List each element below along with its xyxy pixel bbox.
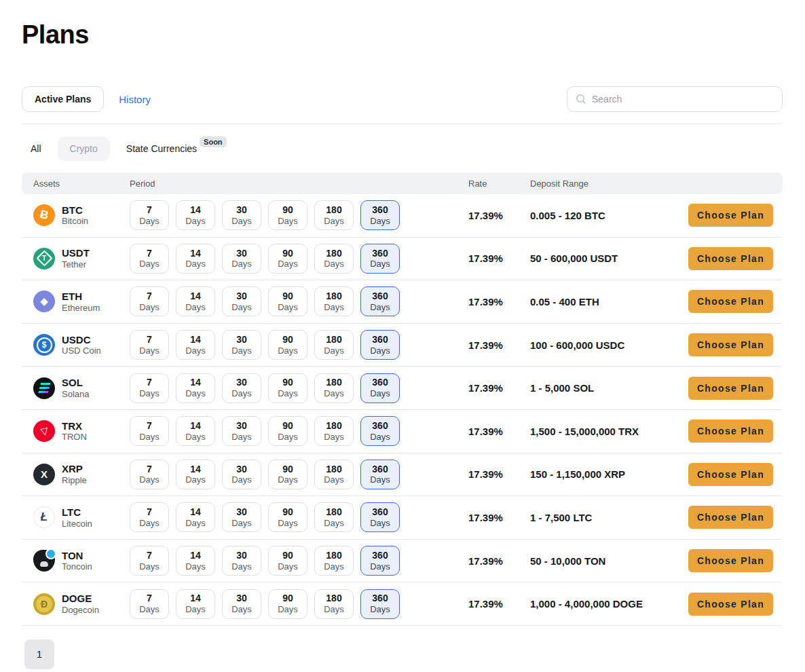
asset-cell: DOGE Dogecoin (22, 593, 130, 615)
period-option-7-days[interactable]: 7Days (130, 502, 169, 532)
choose-plan-button[interactable]: Choose Plan (688, 463, 773, 486)
period-number: 7 (147, 464, 152, 475)
period-option-30-days[interactable]: 30Days (222, 373, 261, 403)
period-unit: Days (324, 216, 344, 227)
period-option-14-days[interactable]: 14Days (176, 502, 215, 532)
search-input[interactable] (592, 94, 774, 105)
period-option-180-days[interactable]: 180Days (314, 200, 354, 230)
period-option-7-days[interactable]: 7Days (130, 200, 169, 230)
choose-plan-button[interactable]: Choose Plan (688, 549, 773, 572)
page-1-button[interactable]: 1 (24, 639, 54, 669)
period-options: 7Days14Days30Days90Days180Days360Days (130, 460, 468, 489)
period-option-30-days[interactable]: 30Days (222, 589, 261, 619)
period-number: 14 (190, 204, 201, 216)
period-number: 90 (282, 204, 293, 216)
period-option-360-days[interactable]: 360Days (360, 200, 400, 230)
asset-name: Toncoin (62, 561, 92, 572)
search-icon (576, 94, 586, 105)
filter-state-currencies[interactable]: State Currencies Soon (126, 143, 227, 154)
period-option-180-days[interactable]: 180Days (314, 330, 354, 360)
period-option-90-days[interactable]: 90Days (268, 286, 307, 316)
period-option-90-days[interactable]: 90Days (268, 416, 307, 446)
period-option-30-days[interactable]: 30Days (222, 416, 261, 446)
table-row: TON Toncoin 7Days14Days30Days90Days180Da… (22, 540, 783, 583)
period-option-90-days[interactable]: 90Days (268, 244, 307, 274)
period-option-14-days[interactable]: 14Days (176, 546, 215, 576)
period-option-90-days[interactable]: 90Days (268, 546, 307, 576)
period-option-180-days[interactable]: 180Days (314, 502, 354, 532)
period-option-7-days[interactable]: 7Days (130, 286, 169, 316)
period-option-180-days[interactable]: 180Days (314, 286, 354, 316)
period-unit: Days (370, 474, 390, 485)
period-option-30-days[interactable]: 30Days (222, 502, 261, 532)
period-number: 180 (326, 464, 341, 475)
period-option-14-days[interactable]: 14Days (176, 244, 215, 274)
period-option-360-days[interactable]: 360Days (360, 244, 400, 274)
tab-history[interactable]: History (119, 94, 151, 105)
period-option-14-days[interactable]: 14Days (176, 416, 215, 446)
period-option-14-days[interactable]: 14Days (176, 460, 215, 489)
choose-plan-button[interactable]: Choose Plan (688, 290, 773, 313)
period-option-360-days[interactable]: 360Days (360, 330, 400, 360)
period-option-90-days[interactable]: 90Days (268, 589, 307, 619)
period-option-14-days[interactable]: 14Days (176, 373, 215, 403)
period-option-180-days[interactable]: 180Days (314, 244, 354, 274)
choose-plan-button[interactable]: Choose Plan (688, 593, 773, 616)
period-option-360-days[interactable]: 360Days (360, 416, 400, 446)
period-option-90-days[interactable]: 90Days (268, 373, 307, 403)
period-option-30-days[interactable]: 30Days (222, 460, 261, 489)
period-options: 7Days14Days30Days90Days180Days360Days (130, 502, 468, 532)
period-option-30-days[interactable]: 30Days (222, 330, 261, 360)
choose-plan-button[interactable]: Choose Plan (688, 204, 773, 227)
period-number: 14 (190, 506, 201, 518)
period-option-30-days[interactable]: 30Days (222, 244, 261, 274)
period-option-30-days[interactable]: 30Days (222, 200, 261, 230)
period-number: 30 (236, 334, 247, 346)
period-option-14-days[interactable]: 14Days (176, 286, 215, 316)
tab-active-plans[interactable]: Active Plans (22, 86, 104, 112)
period-option-90-days[interactable]: 90Days (268, 330, 307, 360)
period-option-180-days[interactable]: 180Days (314, 589, 354, 619)
choose-plan-button[interactable]: Choose Plan (688, 247, 773, 270)
period-option-180-days[interactable]: 180Days (314, 546, 354, 576)
choose-plan-button[interactable]: Choose Plan (688, 377, 773, 400)
asset-cell: BTC Bitcoin (22, 204, 130, 227)
period-unit: Days (370, 216, 390, 227)
choose-plan-button[interactable]: Choose Plan (688, 419, 773, 443)
period-option-7-days[interactable]: 7Days (130, 330, 169, 360)
period-option-360-days[interactable]: 360Days (360, 546, 400, 576)
period-option-360-days[interactable]: 360Days (360, 502, 400, 532)
period-option-7-days[interactable]: 7Days (130, 373, 169, 403)
period-option-360-days[interactable]: 360Days (360, 460, 400, 489)
period-option-7-days[interactable]: 7Days (130, 546, 169, 576)
period-option-14-days[interactable]: 14Days (176, 200, 215, 230)
period-option-90-days[interactable]: 90Days (268, 460, 307, 489)
choose-plan-button[interactable]: Choose Plan (688, 333, 773, 356)
filter-all[interactable]: All (31, 143, 41, 154)
period-option-360-days[interactable]: 360Days (360, 286, 400, 316)
period-option-90-days[interactable]: 90Days (268, 200, 307, 230)
period-option-30-days[interactable]: 30Days (222, 286, 261, 316)
period-number: 30 (236, 593, 247, 604)
ltc-icon (33, 506, 55, 528)
period-option-14-days[interactable]: 14Days (176, 330, 215, 360)
period-unit: Days (324, 432, 344, 443)
rate-value: 17.39% (468, 339, 530, 351)
period-option-7-days[interactable]: 7Days (130, 589, 169, 619)
period-option-360-days[interactable]: 360Days (360, 589, 400, 619)
asset-cell: USDC USD Coin (22, 334, 130, 356)
period-option-180-days[interactable]: 180Days (314, 416, 354, 446)
choose-plan-button[interactable]: Choose Plan (688, 506, 773, 529)
period-unit: Days (324, 604, 344, 615)
period-option-180-days[interactable]: 180Days (314, 460, 354, 489)
period-option-180-days[interactable]: 180Days (314, 373, 354, 403)
period-option-30-days[interactable]: 30Days (222, 546, 261, 576)
period-option-7-days[interactable]: 7Days (130, 460, 169, 489)
filter-crypto[interactable]: Crypto (58, 136, 110, 161)
period-option-90-days[interactable]: 90Days (268, 502, 307, 532)
period-option-14-days[interactable]: 14Days (176, 589, 215, 619)
period-unit: Days (278, 216, 298, 227)
period-option-7-days[interactable]: 7Days (130, 244, 169, 274)
period-option-360-days[interactable]: 360Days (360, 373, 400, 403)
period-option-7-days[interactable]: 7Days (130, 416, 169, 446)
